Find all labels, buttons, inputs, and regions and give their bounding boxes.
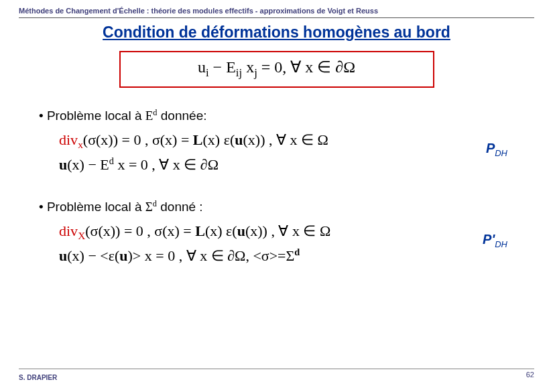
bullet-text: donnée:	[158, 109, 207, 123]
equation-row: u(x) − Ed x = 0 , ∀ x ∈ ∂Ω	[59, 153, 534, 176]
equation-row: divx(σ(x)) = 0 , σ(x) = L(x) ε(u(x)) , ∀…	[59, 129, 534, 153]
equation-row: divX(σ(x)) = 0 , σ(x) = L(x) ε(u(x)) , ∀…	[59, 220, 534, 244]
label-sub: DH	[495, 239, 507, 249]
bullet-symbol: E	[145, 109, 153, 123]
header-rule	[19, 17, 534, 18]
div-sub: x	[78, 139, 83, 151]
bullet-text: donné :	[157, 200, 203, 214]
label-P: P	[486, 141, 495, 155]
eq-u: u	[119, 247, 127, 264]
slide-title: Condition de déformations homogènes au b…	[19, 23, 534, 42]
equation-row: u(x) − <ε(u)> x = 0 , ∀ x ∈ ∂Ω, <σ>=Σd	[59, 245, 534, 267]
footer-page-number: 62	[526, 371, 534, 379]
header-text: Méthodes de Changement d'Échelle : théor…	[19, 7, 534, 17]
label-sub: DH	[495, 148, 507, 158]
boxed-equation: ui − Eij xj = 0, ∀ x ∈ ∂Ω	[119, 51, 434, 88]
eq-part: (x)) , ∀ x ∈ Ω	[243, 131, 328, 148]
equation-block-2: divX(σ(x)) = 0 , σ(x) = L(x) ε(u(x)) , ∀…	[59, 220, 534, 267]
eq-u: u	[237, 222, 245, 239]
bullet-1: • Problème local à Ed donnée:	[39, 108, 534, 123]
div-sub: X	[78, 231, 85, 242]
eq-part: (x) − <ε(	[67, 247, 119, 264]
eq-u: u	[59, 156, 67, 173]
eq-sup: d	[109, 155, 114, 166]
eq-part: x	[242, 58, 254, 76]
eq-u: u	[59, 247, 67, 264]
eq-part: (x) − E	[67, 156, 109, 173]
eq-part: u	[198, 58, 206, 76]
eq-part: )> x = 0 , ∀ x ∈ ∂Ω, <σ>=Σ	[128, 247, 295, 264]
eq-part: (x) ε(	[203, 131, 235, 148]
eq-part: − E	[209, 58, 236, 76]
footer-author: S. DRAPIER	[19, 374, 57, 381]
bullet-text: • Problème local à	[39, 200, 145, 214]
footer: S. DRAPIER 62	[19, 369, 534, 383]
eq-L: L	[195, 222, 205, 239]
div-op: div	[59, 222, 78, 239]
eq-u: u	[235, 131, 243, 148]
bullet-symbol: Σ	[145, 200, 153, 214]
bullet-2: • Problème local à Σd donné :	[39, 199, 534, 214]
eq-part: x = 0 , ∀ x ∈ ∂Ω	[114, 156, 219, 173]
eq-part: (σ(x)) = 0 , σ(x) =	[85, 222, 195, 239]
equation-block-1: divx(σ(x)) = 0 , σ(x) = L(x) ε(u(x)) , ∀…	[59, 129, 534, 176]
eq-sup: d	[294, 247, 300, 257]
eq-part: (x)) , ∀ x ∈ Ω	[245, 222, 330, 239]
eq-part: = 0, ∀ x ∈ ∂Ω	[257, 58, 355, 76]
problem-label-2: P'DH	[483, 229, 507, 251]
bullet-text: • Problème local à	[39, 109, 145, 123]
div-op: div	[59, 131, 78, 148]
label-P: P'	[483, 232, 495, 247]
eq-L: L	[193, 131, 203, 148]
eq-sub: ij	[236, 66, 242, 79]
slide: Méthodes de Changement d'Échelle : théor…	[0, 0, 553, 392]
eq-part: (x) ε(	[205, 222, 237, 239]
problem-label-1: PDH	[486, 138, 507, 160]
eq-part: (σ(x)) = 0 , σ(x) =	[83, 131, 193, 148]
